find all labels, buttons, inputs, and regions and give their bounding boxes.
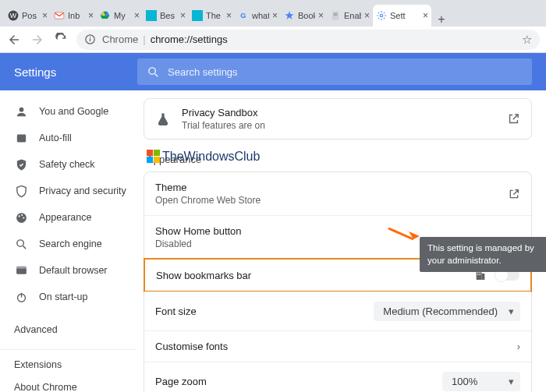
svg-text:G: G bbox=[240, 12, 246, 19]
open-in-new-icon[interactable] bbox=[507, 112, 520, 125]
chevron-down-icon: ▾ bbox=[509, 305, 514, 317]
back-button[interactable] bbox=[6, 32, 22, 48]
chevron-down-icon: ▾ bbox=[509, 376, 514, 387]
close-icon[interactable]: × bbox=[423, 10, 428, 21]
tab-wordpress[interactable]: W Pos × bbox=[5, 5, 51, 26]
tab-google[interactable]: G what is × bbox=[235, 5, 281, 26]
page-zoom-dropdown[interactable]: 100%▾ bbox=[442, 372, 520, 391]
close-icon[interactable]: × bbox=[364, 10, 370, 21]
sidebar-item-auto-fill[interactable]: Auto-fill bbox=[0, 125, 137, 151]
power-icon bbox=[14, 290, 28, 304]
svg-rect-24 bbox=[147, 150, 153, 156]
tab-title: Inb bbox=[68, 11, 85, 20]
site-info-icon[interactable] bbox=[84, 34, 96, 45]
sidebar-label: Privacy and security bbox=[39, 185, 126, 196]
sidebar-item-safety-check[interactable]: Safety check bbox=[0, 151, 137, 178]
omnibox[interactable]: Chrome|chrome://settings ☆ bbox=[76, 30, 540, 50]
close-icon[interactable]: × bbox=[42, 10, 48, 21]
search-icon bbox=[147, 65, 160, 79]
tab-title: what is bbox=[252, 11, 269, 20]
close-icon[interactable]: × bbox=[88, 10, 94, 21]
forward-button[interactable] bbox=[30, 32, 45, 48]
close-icon[interactable]: × bbox=[134, 10, 140, 21]
tab-title: My bbox=[114, 11, 131, 20]
svg-point-18 bbox=[21, 214, 23, 215]
tab-twc-1[interactable]: Bes × bbox=[143, 5, 189, 26]
row-title: Show Home button bbox=[155, 225, 520, 237]
sidebar-label: Auto-fill bbox=[39, 132, 72, 143]
sidebar-item-extensions[interactable]: Extensions bbox=[0, 349, 137, 376]
row-font-size: Font size Medium (Recommended)▾ bbox=[144, 291, 531, 330]
font-size-dropdown[interactable]: Medium (Recommended)▾ bbox=[374, 302, 520, 321]
svg-point-9 bbox=[380, 14, 383, 17]
row-customise-fonts[interactable]: Customise fonts › bbox=[144, 330, 531, 362]
annotation-arrow-icon bbox=[387, 225, 421, 247]
row-page-zoom: Page zoom 100%▾ bbox=[144, 362, 531, 392]
tab-bookmarks[interactable]: Bookm × bbox=[281, 5, 327, 26]
svg-rect-30 bbox=[477, 272, 478, 273]
person-icon bbox=[14, 104, 28, 118]
tab-drive[interactable]: My × bbox=[97, 5, 143, 26]
svg-point-13 bbox=[149, 67, 156, 74]
tab-gmail[interactable]: Inb × bbox=[51, 5, 97, 26]
svg-rect-26 bbox=[147, 157, 153, 163]
sidebar-label: Search engine bbox=[39, 238, 102, 249]
close-icon[interactable]: × bbox=[180, 10, 186, 21]
sidebar-label: Appearance bbox=[39, 212, 91, 223]
search-settings[interactable] bbox=[137, 58, 532, 85]
tab-title: Pos bbox=[22, 11, 39, 20]
sidebar-item-privacy[interactable]: Privacy and security bbox=[0, 178, 137, 204]
tab-title: Bes bbox=[160, 11, 177, 20]
open-in-new-icon[interactable] bbox=[508, 188, 520, 200]
tab-title: Sett bbox=[390, 11, 420, 20]
gmail-icon bbox=[54, 10, 65, 21]
tab-settings[interactable]: Sett × bbox=[373, 5, 431, 26]
browser-icon bbox=[14, 263, 28, 277]
twc-icon bbox=[192, 10, 203, 21]
svg-rect-3 bbox=[146, 10, 157, 21]
close-icon[interactable]: × bbox=[226, 10, 232, 21]
svg-rect-22 bbox=[16, 266, 27, 268]
svg-point-14 bbox=[19, 107, 23, 111]
sidebar-label: You and Google bbox=[39, 106, 108, 117]
svg-rect-27 bbox=[154, 157, 160, 163]
tab-twc-2[interactable]: The × bbox=[189, 5, 235, 26]
sidebar-item-search-engine[interactable]: Search engine bbox=[0, 231, 137, 257]
privacy-sandbox-card[interactable]: Privacy Sandbox Trial features are on bbox=[144, 98, 532, 139]
row-title: Page zoom bbox=[155, 376, 442, 387]
tab-title: The bbox=[206, 11, 223, 20]
docs-icon bbox=[330, 10, 341, 21]
sidebar-item-advanced[interactable]: Advanced bbox=[0, 316, 137, 343]
settings-content: Privacy Sandbox Trial features are on Ap… bbox=[137, 90, 546, 392]
row-title: Font size bbox=[155, 305, 374, 317]
reload-button[interactable] bbox=[53, 32, 69, 48]
close-icon[interactable]: × bbox=[318, 10, 324, 21]
svg-rect-6 bbox=[332, 12, 339, 20]
new-tab-button[interactable]: + bbox=[431, 12, 452, 26]
star-icon bbox=[284, 10, 295, 21]
close-icon[interactable]: × bbox=[272, 10, 278, 21]
url-text: Chrome|chrome://settings bbox=[102, 34, 228, 45]
sidebar-item-about[interactable]: About Chrome bbox=[0, 376, 137, 392]
svg-point-17 bbox=[18, 215, 20, 217]
sidebar-item-default-browser[interactable]: Default browser bbox=[0, 257, 137, 284]
svg-rect-7 bbox=[334, 13, 338, 14]
appearance-settings-card: ThemeOpen Chrome Web Store Show Home but… bbox=[144, 171, 532, 392]
sidebar-item-you-and-google[interactable]: You and Google bbox=[0, 98, 137, 125]
svg-rect-11 bbox=[90, 38, 90, 41]
card-subtitle: Trial features are on bbox=[182, 120, 496, 131]
managed-tooltip: This setting is managed by your administ… bbox=[420, 237, 546, 272]
tab-title: Enable bbox=[344, 11, 361, 20]
row-theme[interactable]: ThemeOpen Chrome Web Store bbox=[144, 172, 531, 215]
dropdown-value: Medium (Recommended) bbox=[383, 305, 498, 317]
sidebar-item-startup[interactable]: On start-up bbox=[0, 284, 137, 310]
search-icon bbox=[14, 237, 28, 251]
svg-text:W: W bbox=[10, 12, 17, 19]
palette-icon bbox=[14, 210, 28, 224]
search-input[interactable] bbox=[168, 66, 523, 78]
sidebar-item-appearance[interactable]: Appearance bbox=[0, 204, 137, 231]
svg-rect-8 bbox=[334, 15, 338, 16]
bookmark-star-icon[interactable]: ☆ bbox=[522, 33, 532, 47]
tab-docs[interactable]: Enable × bbox=[327, 5, 373, 26]
tab-strip: W Pos × Inb × My × Bes × The × G what is… bbox=[0, 0, 546, 26]
